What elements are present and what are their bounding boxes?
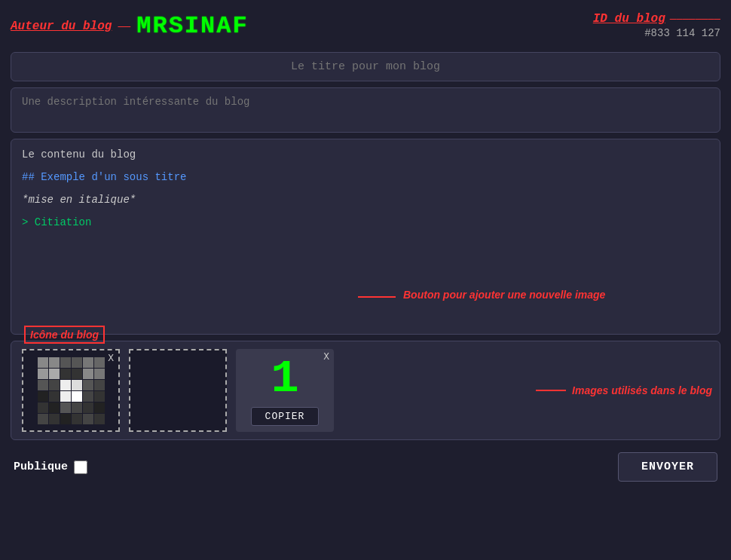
image1-remove-btn[interactable]: X [106, 353, 115, 363]
send-button[interactable]: ENVOYER [618, 452, 717, 482]
images-used-annotation: Images utilisés dans le blog [572, 384, 712, 396]
blog-icon-slot[interactable]: X [22, 349, 120, 432]
add-image-line [358, 296, 396, 298]
content-main-text: Le contenu du blog [22, 148, 709, 161]
content-quote: > Citiation [22, 216, 709, 228]
content-area[interactable]: Le contenu du blog ## Exemple d'un sous … [11, 139, 720, 335]
public-row: Publique [14, 461, 87, 474]
title-input[interactable] [11, 52, 720, 81]
author-name: MRSINAF [136, 12, 248, 40]
id-section: ID du blog ———————— #833 114 127 [593, 12, 720, 39]
bottom-bar: Publique ENVOYER [11, 446, 720, 485]
author-arrow: —— [118, 20, 130, 32]
image-number: 1 [271, 356, 298, 402]
icon-annotation: Icône du blog [24, 326, 105, 344]
id-value: #833 114 127 [644, 27, 720, 39]
header-row: Auteur du blog —— MRSINAF ID du blog ———… [11, 9, 720, 46]
image3-remove-btn[interactable]: X [322, 352, 331, 362]
page-wrapper: Auteur du blog —— MRSINAF ID du blog ———… [0, 0, 731, 560]
images-section: X [11, 341, 720, 440]
id-label: ID du blog [593, 12, 665, 26]
add-image-annotation: Bouton pour ajouter une nouvelle image [403, 289, 605, 301]
public-label: Publique [14, 461, 68, 473]
id-arrow-line: ———————— [670, 13, 720, 25]
public-checkbox[interactable] [74, 461, 87, 474]
pixel-art-icon [38, 357, 105, 424]
images-used-line [536, 390, 566, 391]
images-wrapper: X [11, 341, 720, 440]
images-used-annotation-area: Images utilisés dans le blog [536, 384, 712, 396]
description-input[interactable] [11, 87, 720, 133]
image-slot-empty[interactable] [129, 349, 227, 432]
content-italic: *mise en italique* [22, 194, 709, 206]
content-subtitle: ## Exemple d'un sous titre [22, 171, 709, 183]
author-section: Auteur du blog —— MRSINAF [11, 12, 249, 40]
image-number-slot[interactable]: X 1 COPIER [236, 349, 334, 432]
copy-button[interactable]: COPIER [251, 407, 320, 426]
icon-annotation-area: Icône du blog [24, 326, 105, 344]
author-label: Auteur du blog [11, 20, 112, 33]
id-label-row: ID du blog ———————— [593, 12, 720, 26]
